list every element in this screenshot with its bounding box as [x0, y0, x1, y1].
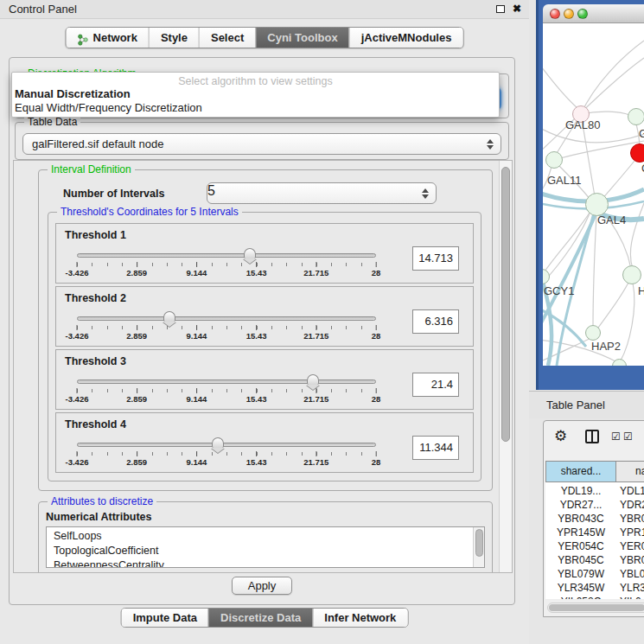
table-cell[interactable]: YER054C [545, 539, 616, 553]
algorithm-option-manual[interactable]: Manual Discretization [15, 87, 499, 101]
table-cell[interactable]: YDR27... [545, 498, 616, 512]
threshold-4-label: Threshold 4 [65, 418, 126, 430]
table-cell[interactable]: YBL079W [545, 567, 616, 581]
threshold-2-value[interactable]: 6.316 [412, 309, 459, 334]
network-node-selected[interactable] [630, 143, 644, 163]
table-cell[interactable]: YBR0 [620, 553, 644, 567]
close-panel-icon[interactable]: ✖ [513, 3, 521, 15]
attribute-item[interactable]: BetweennessCentrality [47, 558, 484, 568]
scrollbar-thumb[interactable] [501, 167, 510, 442]
slider-ticks [77, 389, 376, 392]
network-node-h[interactable] [622, 265, 641, 284]
number-of-intervals-row: Number of Intervals 5 [51, 182, 480, 205]
table-data-select[interactable]: galFiltered.sif default node [22, 133, 501, 155]
table-cell[interactable]: YLR3 [620, 581, 644, 595]
slider-thumb[interactable] [163, 311, 175, 322]
number-of-intervals-spinner[interactable]: 5 [207, 182, 437, 204]
table-panel-title: Table Panel [546, 392, 605, 419]
table-cell[interactable]: YIL0 [620, 595, 644, 599]
gear-icon[interactable]: ⚙ [554, 427, 567, 445]
threshold-4-panel: Threshold 4 -3.4262.8599.14415.4321.7152… [55, 412, 474, 473]
split-columns-icon[interactable] [585, 430, 599, 443]
tab-jactivemnodules[interactable]: jActiveMNodules [349, 28, 463, 48]
slider-tick-labels: -3.4262.8599.14415.4321.71528 [77, 457, 376, 468]
table-cell[interactable]: YER0 [620, 539, 644, 553]
tab-select[interactable]: Select [199, 28, 255, 48]
node-label-gal80: GAL80 [565, 118, 600, 131]
node-label-gcy1: GCY1 [544, 284, 574, 297]
apply-button[interactable]: Apply [232, 577, 293, 595]
number-of-intervals-value: 5 [207, 183, 215, 198]
tick-label: 9.144 [187, 268, 207, 277]
attributes-list-scrollbar[interactable] [473, 527, 484, 567]
control-panel-tabbar: Network Style Select Cyni Toolbox jActiv… [66, 27, 464, 48]
slider-thumb[interactable] [212, 437, 224, 448]
checkbox-icon[interactable]: ☑ [623, 430, 633, 443]
threshold-2-slider[interactable]: -3.4262.8599.14415.4321.71528 [77, 311, 376, 342]
table-cell[interactable]: YBL0 [620, 567, 644, 581]
tick-label: 15.43 [246, 457, 267, 467]
scrollbar-thumb[interactable] [549, 604, 644, 611]
control-panel-titlebar: Control Panel ✖ [0, 0, 529, 19]
algorithm-option-equal-width[interactable]: Equal Width/Frequency Discretization [15, 101, 499, 115]
tab-cyni-toolbox[interactable]: Cyni Toolbox [255, 28, 348, 48]
table-cell[interactable]: YDL1 [620, 484, 644, 498]
numerical-attributes-list[interactable]: SelfLoopsTopologicalCoefficientBetweenne… [46, 526, 485, 568]
network-view-window: GAL80 G C GAL11 GAL4 GCY1 H HAP2 [536, 0, 644, 390]
threshold-4-slider[interactable]: -3.4262.8599.14415.4321.71528 [77, 437, 376, 469]
tick-label: 9.144 [187, 457, 207, 467]
combo-arrows-icon [487, 139, 494, 150]
number-of-intervals-label: Number of Intervals [63, 182, 164, 205]
attributes-group: Attributes to discretize Numerical Attri… [38, 501, 493, 573]
tab-infer-network[interactable]: Infer Network [312, 609, 407, 627]
threshold-1-value[interactable]: 14.713 [412, 246, 459, 271]
tick-label: 15.43 [246, 394, 267, 404]
table-cell[interactable]: YPR1 [620, 526, 644, 539]
table-cell[interactable]: YDR2 [620, 498, 644, 512]
table-cell[interactable]: YBR043C [545, 512, 616, 526]
table-cell[interactable]: YLR345W [545, 581, 616, 595]
network-node-hap2[interactable] [585, 325, 601, 341]
minimize-window-icon[interactable] [564, 9, 574, 19]
tab-discretize-data[interactable]: Discretize Data [208, 609, 312, 627]
network-canvas[interactable]: GAL80 G C GAL11 GAL4 GCY1 H HAP2 [543, 23, 644, 366]
network-window-titlebar[interactable] [543, 4, 644, 23]
numerical-attributes-label: Numerical Attributes [46, 511, 151, 523]
table-cell[interactable]: YBR0 [620, 512, 644, 526]
float-panel-icon[interactable] [496, 5, 505, 13]
table-cell[interactable]: YPR145W [545, 526, 616, 539]
table-cell[interactable]: YBR045C [545, 553, 616, 567]
threshold-1-slider[interactable]: -3.4262.8599.14415.4321.71528 [77, 248, 376, 279]
table-horizontal-scrollbar[interactable] [547, 603, 644, 613]
slider-track [77, 253, 376, 258]
column-header-name[interactable]: na [616, 461, 644, 482]
threshold-4-value[interactable]: 11.344 [412, 436, 459, 460]
network-node-gal11[interactable] [545, 151, 563, 169]
zoom-window-icon[interactable] [577, 9, 588, 19]
slider-thumb[interactable] [307, 374, 319, 385]
spinner-arrows-icon [422, 188, 429, 199]
threshold-1-panel: Threshold 1 -3.4262.8599.14415.4321.7152… [55, 223, 474, 284]
table-cell[interactable]: YDL19... [545, 484, 616, 498]
threshold-3-value[interactable]: 21.4 [412, 373, 459, 397]
table-rows[interactable]: YDL19...YDR27...YBR043CYPR145WYER054CYBR… [545, 482, 644, 599]
threshold-3-slider[interactable]: -3.4262.8599.14415.4321.71528 [77, 374, 376, 405]
attribute-item[interactable]: TopologicalCoefficient [47, 544, 484, 558]
tab-network[interactable]: Network [67, 28, 149, 48]
close-window-icon[interactable] [550, 9, 560, 19]
settings-vertical-scrollbar[interactable] [499, 161, 512, 572]
table-cell[interactable]: YIL052C [545, 595, 616, 599]
node-label-partial: G [639, 127, 644, 140]
network-node[interactable] [628, 108, 644, 125]
thresholds-group-title: Threshold's Coordinates for 5 Intervals [57, 206, 242, 218]
column-header-shared-name[interactable]: shared... [545, 461, 616, 482]
tick-label: -3.426 [66, 457, 89, 467]
algorithm-popup-hint: Select algorithm to view settings [12, 75, 499, 87]
tab-style[interactable]: Style [149, 28, 199, 48]
checkbox-icon[interactable]: ☑ [611, 430, 621, 443]
network-node-gal4[interactable] [585, 193, 609, 216]
tab-impute-data[interactable]: Impute Data [122, 609, 208, 627]
scrollbar-thumb[interactable] [475, 529, 483, 557]
slider-thumb[interactable] [244, 248, 256, 258]
attribute-item[interactable]: SelfLoops [47, 529, 484, 544]
